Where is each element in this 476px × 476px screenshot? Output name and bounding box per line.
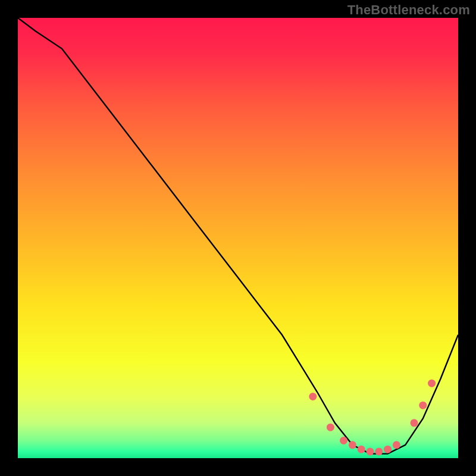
marker-dot bbox=[384, 446, 392, 453]
marker-dot bbox=[375, 447, 383, 455]
marker-dot bbox=[340, 437, 347, 444]
marker-dot bbox=[367, 447, 374, 455]
bottleneck-chart bbox=[0, 0, 476, 476]
marker-dot bbox=[419, 402, 427, 409]
plot-background bbox=[18, 18, 458, 458]
marker-dot bbox=[358, 446, 365, 453]
marker-dot bbox=[428, 380, 436, 387]
marker-dot bbox=[411, 419, 418, 427]
marker-dot bbox=[393, 441, 400, 449]
marker-dot bbox=[349, 441, 356, 449]
marker-dot bbox=[309, 393, 317, 400]
chart-frame: TheBottleneck.com bbox=[0, 0, 476, 476]
marker-dot bbox=[327, 424, 334, 431]
